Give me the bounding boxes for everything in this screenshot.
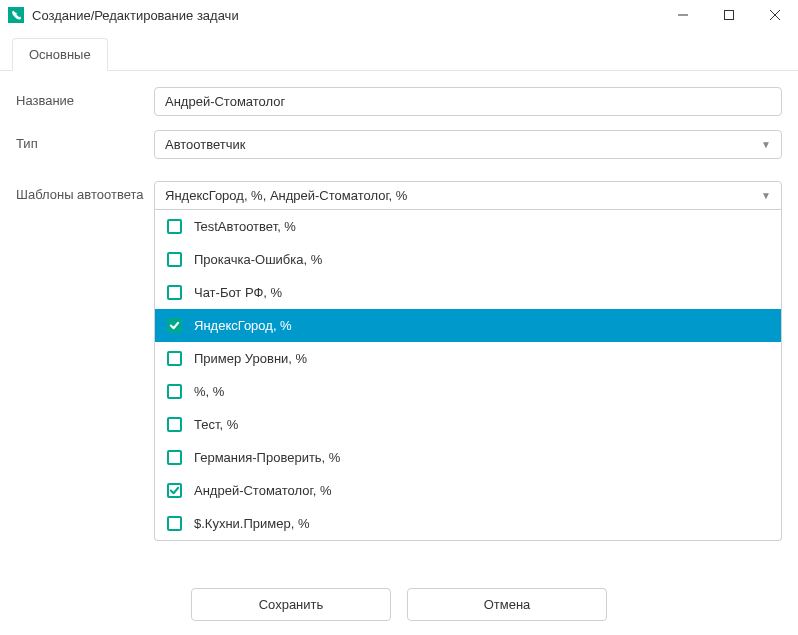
chevron-down-icon: ▼: [761, 139, 771, 150]
templates-select-value: ЯндексГород, %, Андрей-Стоматолог, %: [165, 188, 407, 203]
template-option-label: ЯндексГород, %: [194, 318, 292, 333]
checkbox[interactable]: [167, 252, 182, 267]
chevron-down-icon: ▼: [761, 190, 771, 201]
template-option[interactable]: Германия-Проверить, %: [155, 441, 781, 474]
template-option-label: TestАвтоответ, %: [194, 219, 296, 234]
close-button[interactable]: [752, 0, 798, 30]
name-input[interactable]: [154, 87, 782, 116]
minimize-button[interactable]: [660, 0, 706, 30]
template-option[interactable]: ЯндексГород, %: [155, 309, 781, 342]
template-option-label: %, %: [194, 384, 224, 399]
checkbox[interactable]: [167, 516, 182, 531]
template-option[interactable]: TestАвтоответ, %: [155, 210, 781, 243]
template-option[interactable]: Пример Уровни, %: [155, 342, 781, 375]
type-label: Тип: [16, 130, 154, 151]
checkbox[interactable]: [167, 450, 182, 465]
templates-select[interactable]: ЯндексГород, %, Андрей-Стоматолог, % ▼: [154, 181, 782, 210]
checkbox[interactable]: [167, 351, 182, 366]
templates-dropdown[interactable]: TestАвтоответ, %Прокачка-Ошибка, %Чат-Бо…: [154, 210, 782, 541]
template-option[interactable]: Чат-Бот РФ, %: [155, 276, 781, 309]
type-select-value: Автоответчик: [165, 137, 245, 152]
template-option[interactable]: %, %: [155, 375, 781, 408]
templates-label: Шаблоны автоответа: [16, 181, 154, 202]
template-option-label: Германия-Проверить, %: [194, 450, 340, 465]
template-option-label: Прокачка-Ошибка, %: [194, 252, 322, 267]
tab-main[interactable]: Основные: [12, 38, 108, 71]
footer: Сохранить Отмена: [0, 588, 798, 621]
template-option[interactable]: $.Кухни.Пример, %: [155, 507, 781, 540]
checkbox[interactable]: [167, 318, 182, 333]
save-button[interactable]: Сохранить: [191, 588, 391, 621]
template-option-label: $.Кухни.Пример, %: [194, 516, 309, 531]
checkbox[interactable]: [167, 483, 182, 498]
form: Название Тип Автоответчик ▼ Шаблоны авто…: [0, 71, 798, 571]
template-option-label: Андрей-Стоматолог, %: [194, 483, 331, 498]
template-option[interactable]: Тест, %: [155, 408, 781, 441]
checkbox[interactable]: [167, 417, 182, 432]
type-select[interactable]: Автоответчик ▼: [154, 130, 782, 159]
tabs: Основные: [0, 30, 798, 71]
checkbox[interactable]: [167, 384, 182, 399]
app-icon: [8, 7, 24, 23]
template-option-label: Чат-Бот РФ, %: [194, 285, 282, 300]
template-option[interactable]: Прокачка-Ошибка, %: [155, 243, 781, 276]
template-option-label: Пример Уровни, %: [194, 351, 307, 366]
titlebar: Создание/Редактирование задачи: [0, 0, 798, 30]
name-label: Название: [16, 87, 154, 108]
cancel-button[interactable]: Отмена: [407, 588, 607, 621]
maximize-button[interactable]: [706, 0, 752, 30]
template-option[interactable]: Андрей-Стоматолог, %: [155, 474, 781, 507]
template-option-label: Тест, %: [194, 417, 238, 432]
checkbox[interactable]: [167, 285, 182, 300]
checkbox[interactable]: [167, 219, 182, 234]
window-title: Создание/Редактирование задачи: [32, 8, 660, 23]
svg-rect-1: [725, 11, 734, 20]
